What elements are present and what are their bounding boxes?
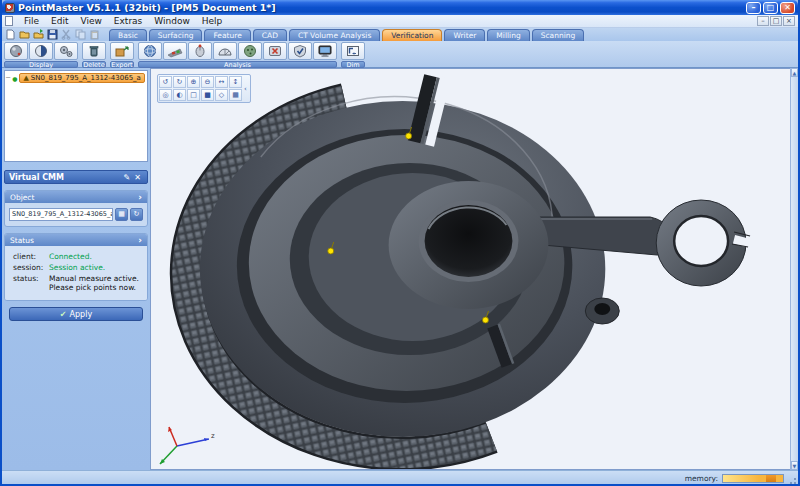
copy-button[interactable] [74, 29, 87, 41]
view-rotate-right-button[interactable]: ↻ [173, 76, 186, 88]
object-refresh-button[interactable]: ↻ [130, 208, 143, 221]
display-settings-button[interactable] [54, 42, 78, 60]
analysis-globe-button[interactable] [138, 42, 162, 60]
restore-button[interactable]: □ [763, 2, 778, 14]
vertical-scrollbar[interactable]: ▲ ▼ [790, 68, 798, 470]
toolbar-collapse-icon[interactable]: ‹ [242, 76, 249, 101]
display-shaded-button[interactable] [4, 42, 28, 60]
tab-basic[interactable]: Basic [109, 29, 147, 41]
view-toolbar: ↺ ↻ ⊕ ⊖ ↔ ↕ ◎ ◐ □ ■ ◇ ▦ ‹ [157, 74, 251, 103]
view-pan-vertical-button[interactable]: ↕ [229, 76, 242, 88]
analysis-probe-button[interactable] [188, 42, 212, 60]
view-pan-horizontal-button[interactable]: ↔ [215, 76, 228, 88]
view-solid-button[interactable]: ■ [201, 89, 214, 101]
object-section-header[interactable]: Object › [5, 191, 147, 203]
view-target-button[interactable]: ◎ [159, 89, 172, 101]
view-wireframe-button[interactable]: □ [187, 89, 200, 101]
analysis-reject-button[interactable] [263, 42, 287, 60]
toolbar-group-label-export: Export [110, 61, 134, 68]
tab-cad[interactable]: CAD [253, 29, 287, 41]
probe-icon [192, 44, 208, 58]
view-isometric-button[interactable]: ◇ [215, 89, 228, 101]
tab-scanning[interactable]: Scanning [532, 29, 585, 41]
panel-pin-icon[interactable]: ✎ [122, 173, 133, 182]
object-section: Object › SN0_819_795_A_1312-43065_a ▦ ↻ [4, 190, 148, 227]
display-halftone-button[interactable] [29, 42, 53, 60]
view-shading-button[interactable]: ◐ [173, 89, 186, 101]
tab-ct-volume-analysis[interactable]: CT Volume Analysis [289, 29, 380, 41]
mdi-close-button[interactable]: × [783, 16, 795, 26]
menu-edit[interactable]: Edit [45, 16, 74, 26]
mesh-sphere-icon [242, 44, 258, 58]
boss-hole [594, 303, 610, 315]
warning-triangle-icon: ▲ [23, 74, 28, 82]
scroll-up-icon[interactable]: ▲ [791, 68, 798, 77]
sidebar: ─ ● ▲ SN0_819_795_A_1312-43065_a Virtual… [2, 68, 150, 470]
toolbar-group-label-analysis: Analysis [138, 61, 337, 68]
globe-icon [142, 44, 158, 58]
close-button[interactable]: ✕ [780, 2, 795, 14]
check-shield-icon [292, 44, 308, 58]
minimize-button[interactable]: – [746, 2, 761, 14]
status-key: status: [13, 274, 49, 292]
scroll-down-icon[interactable]: ▼ [791, 461, 798, 470]
tree-node-dot-icon: ● [12, 75, 17, 82]
window-title: PointMaster V5.1.1 (32bit) - [PM5 Docume… [18, 2, 746, 13]
status-section-header[interactable]: Status › [5, 234, 147, 246]
tab-verification[interactable]: Verification [382, 29, 442, 41]
new-document-button[interactable] [4, 29, 17, 41]
protractor-icon [217, 44, 233, 58]
menu-window[interactable]: Window [148, 16, 196, 26]
chevron-right-icon: › [138, 235, 142, 245]
view-rotate-left-button[interactable]: ↺ [159, 76, 172, 88]
half-sphere-icon [33, 44, 49, 58]
resize-grip[interactable] [788, 476, 797, 485]
tree-selected-item[interactable]: ▲ SN0_819_795_A_1312-43065_a [19, 73, 144, 83]
delete-button[interactable] [82, 42, 106, 60]
analysis-deviation-button[interactable] [163, 42, 187, 60]
import-button[interactable] [32, 29, 45, 41]
menu-help[interactable]: Help [196, 16, 229, 26]
status-bar: memory: [2, 470, 798, 486]
mdi-minimize-button[interactable]: – [757, 16, 769, 26]
model-3d-view[interactable]: z [151, 69, 790, 469]
menu-view[interactable]: View [75, 16, 108, 26]
panel-close-icon[interactable]: ✕ [132, 173, 143, 182]
analysis-snapshot-button[interactable] [313, 42, 337, 60]
cut-button[interactable] [60, 29, 73, 41]
dim-button[interactable] [341, 42, 365, 60]
menu-extras[interactable]: Extras [108, 16, 148, 26]
menu-file[interactable]: File [18, 16, 45, 26]
checkmark-icon: ✔ [60, 310, 67, 319]
analysis-mesh-button[interactable] [238, 42, 262, 60]
open-file-button[interactable] [18, 29, 31, 41]
virtual-cmm-header: Virtual CMM ✎ ✕ [4, 170, 148, 184]
tab-feature[interactable]: Feature [204, 29, 250, 41]
memory-label: memory: [685, 474, 718, 483]
tree-branch-line: ─ [6, 74, 10, 82]
toolbar-group-label-delete: Delete [82, 61, 106, 68]
object-combobox[interactable]: SN0_819_795_A_1312-43065_a [9, 208, 113, 221]
tab-surfacing[interactable]: Surfacing [149, 29, 203, 41]
axis-z-label: z [211, 432, 215, 440]
view-zoom-out-button[interactable]: ⊖ [201, 76, 214, 88]
viewport-3d[interactable]: ↺ ↻ ⊕ ⊖ ↔ ↕ ◎ ◐ □ ■ ◇ ▦ ‹ [150, 68, 790, 470]
status-row-status: status: Manual measure active. Please pi… [13, 274, 139, 292]
analysis-accept-button[interactable] [288, 42, 312, 60]
view-zoom-in-button[interactable]: ⊕ [187, 76, 200, 88]
toolbar-group-export: Export [110, 42, 134, 68]
export-button[interactable] [110, 42, 134, 60]
object-browse-button[interactable]: ▦ [115, 208, 128, 221]
tab-writer[interactable]: Writer [444, 29, 485, 41]
analysis-protractor-button[interactable] [213, 42, 237, 60]
mdi-restore-button[interactable]: □ [770, 16, 782, 26]
status-section: Status › client: Connected. session: Ses… [4, 233, 148, 301]
view-grid-button[interactable]: ▦ [229, 89, 242, 101]
status-row-session: session: Session active. [13, 263, 139, 272]
save-button[interactable] [46, 29, 59, 41]
tab-milling[interactable]: Milling [487, 29, 529, 41]
paste-button[interactable] [88, 29, 101, 41]
scene-tree[interactable]: ─ ● ▲ SN0_819_795_A_1312-43065_a [4, 70, 148, 162]
document-icon [5, 16, 13, 26]
apply-button[interactable]: ✔ Apply [9, 307, 143, 321]
